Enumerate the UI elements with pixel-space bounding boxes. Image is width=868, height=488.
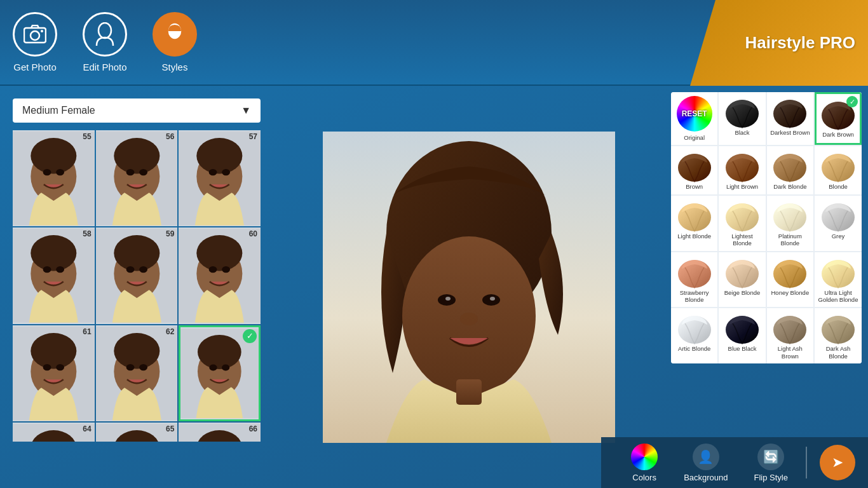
svg-point-29 [139, 266, 147, 273]
edit-photo-icon [83, 12, 127, 57]
swatch-label: Light Blonde [677, 233, 711, 240]
styles-grid: 55 56 57 58 [13, 130, 261, 442]
style-item[interactable]: 57 [179, 130, 261, 226]
swatch-label: Dark Brown [822, 131, 854, 138]
swatch-label: Dark Blonde [773, 183, 806, 190]
color-swatch-honey-blonde[interactable]: Honey Blonde [767, 252, 813, 308]
color-swatch-darkest-brown[interactable]: Darkest Brown [767, 92, 813, 145]
svg-point-18 [209, 169, 217, 175]
swatch-label: Brown [686, 183, 703, 190]
color-swatch-light-brown[interactable]: Light Brown [719, 146, 765, 194]
svg-point-42 [114, 333, 159, 369]
svg-point-39 [56, 364, 64, 370]
colors-button[interactable]: Colors [620, 438, 669, 487]
style-item[interactable]: 66 [179, 423, 261, 442]
color-swatch-platinum-blonde[interactable]: Platinum Blonde [767, 196, 813, 251]
hair-swatch-image [819, 256, 857, 289]
left-panel: Medium Female ▼ 55 56 [0, 86, 273, 488]
style-item[interactable]: 56 [96, 130, 178, 226]
svg-point-8 [43, 169, 51, 175]
hair-swatch-image [723, 312, 761, 345]
styles-icon [153, 12, 197, 57]
color-swatch-light-blonde[interactable]: Light Blonde [671, 196, 717, 251]
svg-point-27 [114, 235, 159, 271]
svg-point-43 [126, 364, 134, 370]
flip-style-icon: 🔄 [757, 444, 784, 470]
color-swatch-blonde[interactable]: Blonde [815, 146, 862, 194]
color-swatch-black[interactable]: Black [719, 92, 765, 145]
style-item[interactable]: 64 [13, 423, 95, 442]
svg-point-49 [222, 364, 229, 370]
swatch-label: Original [684, 134, 705, 141]
hair-swatch-image [723, 96, 761, 129]
hair-swatch-image [723, 256, 761, 289]
hair-swatch-image [675, 150, 714, 183]
hair-swatch-image [771, 200, 809, 233]
style-item[interactable]: ✓ [179, 325, 261, 421]
svg-point-9 [56, 169, 64, 175]
style-item[interactable]: 55 [13, 130, 95, 226]
hair-swatch-image [675, 312, 714, 345]
styles-label: Styles [162, 62, 188, 72]
color-swatch-strawberry-blonde[interactable]: Strawberry Blonde [671, 252, 717, 308]
color-swatch-artic-blonde[interactable]: Artic Blonde [671, 308, 717, 363]
color-swatch-lightest-blonde[interactable]: Lightest Blonde [719, 196, 765, 251]
color-swatch-grey[interactable]: Grey [815, 196, 862, 251]
svg-point-37 [31, 333, 76, 369]
colors-icon [631, 444, 658, 470]
style-number: 58 [83, 229, 91, 238]
nav-item-get-photo[interactable]: Get Photo [13, 12, 57, 72]
nav-item-styles[interactable]: Styles [153, 12, 197, 72]
style-item[interactable]: 62 [96, 325, 178, 421]
color-swatch-dark-brown[interactable]: Dark Brown ✓ [815, 92, 862, 145]
style-number: 62 [166, 327, 174, 336]
colors-grid: RESET Original Black [671, 92, 862, 363]
color-swatch-dark-ash-blonde[interactable]: Dark Ash Blonde [815, 308, 862, 363]
svg-point-23 [43, 266, 51, 273]
style-item[interactable]: 65 [96, 423, 178, 442]
style-item[interactable]: 59 [96, 227, 178, 323]
bottom-bar: Colors 👤 Background 🔄 Flip Style ➤ [601, 437, 868, 488]
svg-point-48 [210, 364, 217, 370]
style-dropdown[interactable]: Medium Female ▼ [13, 98, 261, 123]
style-number: 55 [83, 132, 91, 141]
swatch-label: Beige Blonde [724, 289, 761, 296]
svg-point-19 [222, 169, 231, 175]
svg-point-70 [445, 297, 451, 301]
hair-swatch-image [819, 150, 857, 183]
color-swatch-beige-blonde[interactable]: Beige Blonde [719, 252, 765, 308]
get-photo-label: Get Photo [13, 62, 57, 72]
color-swatch-blue-black[interactable]: Blue Black [719, 308, 765, 363]
color-swatch-ultra-light-golden-blonde[interactable]: Ultra Light Golden Blonde [815, 252, 862, 308]
svg-point-71 [490, 297, 495, 301]
flip-style-label: Flip Style [754, 473, 788, 482]
swatch-label: Lightest Blonde [721, 233, 763, 247]
toolbar-divider [806, 447, 807, 478]
swatch-label: Ultra Light Golden Blonde [817, 289, 859, 304]
color-swatch-dark-blonde[interactable]: Dark Blonde [767, 146, 813, 194]
svg-rect-73 [456, 379, 482, 405]
app-title: Hairstyle PRO [745, 33, 855, 53]
hair-swatch-image [723, 150, 761, 183]
swatch-label: Artic Blonde [678, 345, 710, 352]
color-swatch-original[interactable]: RESET Original [671, 92, 717, 145]
nav-item-edit-photo[interactable]: Edit Photo [83, 12, 127, 72]
svg-point-24 [56, 266, 64, 273]
main-content: Medium Female ▼ 55 56 [0, 86, 868, 488]
swatch-label: Honey Blonde [771, 289, 809, 296]
color-swatch-brown[interactable]: Brown [671, 146, 717, 194]
background-button[interactable]: 👤 Background [672, 438, 739, 487]
svg-point-17 [197, 138, 243, 174]
style-number: 57 [249, 132, 257, 141]
preview-image [323, 132, 615, 443]
flip-style-button[interactable]: 🔄 Flip Style [743, 438, 799, 487]
hair-swatch-image [771, 312, 809, 345]
style-item[interactable]: 58 [13, 227, 95, 323]
svg-point-47 [198, 335, 241, 369]
svg-point-12 [114, 138, 159, 174]
swatch-label: Grey [832, 233, 845, 240]
style-item[interactable]: 60 [179, 227, 261, 323]
style-item[interactable]: 61 [13, 325, 95, 421]
color-swatch-light-ash-brown[interactable]: Light Ash Brown [767, 308, 813, 363]
save-button[interactable]: ➤ [820, 445, 855, 480]
